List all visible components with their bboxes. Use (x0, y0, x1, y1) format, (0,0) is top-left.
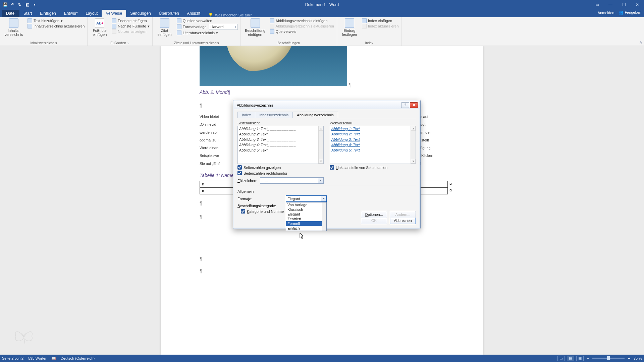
undo-icon[interactable]: ↶ (9, 2, 15, 8)
insert-footnote-button[interactable]: AB1 Fußnote einfügen (90, 18, 109, 37)
preview-row: Abbildung 1: Text____________1 (238, 126, 323, 131)
tab-design[interactable]: Entwurf (60, 10, 82, 17)
print-preview-list[interactable]: Abbildung 1: Text____________1Abbildung … (237, 126, 324, 164)
insert-citation-button[interactable]: Zitat einfügen (155, 18, 174, 37)
language-indicator[interactable]: Deutsch (Österreich) (61, 356, 95, 360)
zoom-level[interactable]: 75 % (634, 356, 642, 360)
checkbox-input[interactable] (237, 171, 242, 175)
scrollbar[interactable]: ▲▼ (411, 126, 416, 164)
toc-button[interactable]: Inhalts- verzeichnis (3, 18, 25, 37)
zoom-slider[interactable] (592, 358, 625, 359)
zoom-in-icon[interactable]: + (627, 356, 631, 360)
modify-button: Ändern... (390, 211, 416, 218)
web-layout-icon[interactable]: ▦ (576, 356, 584, 361)
dropdown-option[interactable]: Von Vorlage (286, 202, 326, 207)
tab-insert[interactable]: Einfügen (36, 10, 60, 17)
scroll-down-icon[interactable]: ▼ (411, 159, 416, 164)
checkbox-input[interactable] (330, 165, 334, 170)
scroll-up-icon[interactable]: ▲ (411, 126, 416, 131)
dialog-titlebar: Abbildungsverzeichnis ? ✕ (234, 101, 419, 109)
scroll-down-icon[interactable]: ▼ (319, 159, 323, 164)
tab-references[interactable]: Verweise (102, 10, 126, 17)
tab-leader-select[interactable]: ......▼ (260, 177, 324, 184)
next-footnote-icon (112, 24, 116, 28)
page-indicator[interactable]: Seite 2 von 2 (2, 356, 23, 360)
print-layout-icon[interactable]: ▤ (567, 356, 574, 361)
redo-icon[interactable]: ↻ (17, 2, 23, 8)
insert-caption-button[interactable]: Beschriftung einfügen (244, 18, 267, 37)
dropdown-option[interactable]: Klassisch (286, 207, 326, 212)
signin-link[interactable]: Anmelden (598, 11, 614, 15)
tab-leader-label: Füllzeichen: (237, 179, 257, 183)
group-label: Inhaltsverzeichnis (3, 41, 85, 46)
zoom-out-icon[interactable]: − (586, 356, 590, 360)
word-count[interactable]: 595 Wörter (28, 356, 46, 360)
tab-start[interactable]: Start (19, 10, 36, 17)
close-icon[interactable]: ✕ (631, 0, 644, 9)
table-caption: Tabelle 1: Name¶ (200, 173, 236, 178)
save-icon[interactable]: 💾 (2, 2, 8, 8)
table-end-mark: ¤ (449, 181, 452, 186)
next-footnote-button[interactable]: Nächste Fußnote ▾ (112, 24, 149, 28)
tof-icon (270, 18, 274, 23)
dropdown-option[interactable]: Elegant (286, 212, 326, 217)
zoom-thumb[interactable] (607, 356, 610, 360)
dropdown-option[interactable]: Zentriert (286, 217, 326, 221)
update-index-button: Index aktualisieren (362, 24, 399, 28)
links-instead-checkbox[interactable]: Links anstelle von Seitenzahlen (330, 165, 416, 170)
collapse-ribbon-icon[interactable]: ᐱ (640, 41, 642, 44)
maximize-icon[interactable]: ☐ (617, 0, 631, 9)
tab-file[interactable]: Datei (2, 10, 19, 17)
show-page-numbers-checkbox[interactable]: Seitenzahlen anzeigen (237, 165, 324, 170)
insert-endnote-button[interactable]: Endnote einfügen (112, 18, 149, 23)
insert-tof-button[interactable]: Abbildungsverzeichnis einfügen (270, 18, 334, 23)
tab-mailings[interactable]: Sendungen (126, 10, 155, 17)
update-index-icon (362, 24, 367, 28)
window-title: Dokument1 - Word (305, 2, 339, 7)
scrollbar[interactable]: ▲▼ (318, 126, 323, 164)
update-toc-button[interactable]: Inhaltsverzeichnis aktualisieren (28, 24, 85, 28)
dialog-tab-tof[interactable]: Abbildungsverzeichnis (292, 112, 338, 118)
web-preview-list[interactable]: Abbildung 1: TextAbbildung 2: TextAbbild… (330, 126, 416, 164)
spellcheck-icon[interactable]: 📖 (51, 356, 56, 361)
dropdown-option[interactable]: Formell (286, 221, 326, 226)
manage-sources-button[interactable]: Quellen verwalten (177, 18, 238, 23)
touch-mode-icon[interactable]: ◧ (24, 2, 30, 8)
dialog-close-icon[interactable]: ✕ (410, 102, 418, 108)
qat-dropdown-icon[interactable]: ▾ (32, 2, 38, 8)
minimize-icon[interactable]: — (604, 0, 617, 9)
tab-view[interactable]: Ansicht (183, 10, 204, 17)
dialog-help-icon[interactable]: ? (401, 102, 409, 108)
cross-reference-button[interactable]: Querverweis (270, 29, 334, 34)
bibliography-button[interactable]: Literaturverzeichnis ▾ (177, 31, 238, 35)
share-link[interactable]: 👥 Freigeben (619, 10, 641, 15)
formats-dropdown-list[interactable]: Von VorlageKlassischElegantZentriertForm… (286, 202, 327, 231)
scrollbar[interactable] (322, 202, 326, 231)
options-button[interactable]: Optionen... (361, 211, 387, 218)
moon-shape (226, 46, 293, 73)
group-label: Fußnoten ↘ (90, 41, 149, 46)
right-align-checkbox[interactable]: Seitenzahlen rechtsbündig (237, 171, 324, 175)
ribbon-display-icon[interactable]: ▭ (590, 0, 604, 9)
preview-row: Abbildung 1: Text (330, 126, 416, 131)
tab-layout[interactable]: Layout (82, 10, 102, 17)
dialog-tab-toc[interactable]: Inhaltsverzeichnis (255, 112, 293, 118)
checkbox-input[interactable] (241, 209, 245, 214)
formats-row: Formate: Elegant▼ (237, 195, 416, 202)
tab-review[interactable]: Überprüfen (155, 10, 183, 17)
endnote-icon (112, 18, 116, 23)
dialog-tab-index[interactable]: Index (237, 112, 255, 118)
title-bar: 💾 ↶ ↻ ◧ ▾ Dokument1 - Word ▭ — ☐ ✕ (0, 0, 644, 9)
share-icon: 👥 (619, 10, 625, 14)
dropdown-option[interactable]: Einfach (286, 226, 326, 231)
mark-entry-button[interactable]: Eintrag festlegen (340, 18, 359, 37)
checkbox-input[interactable] (237, 165, 242, 170)
formats-select[interactable]: Elegant▼ (286, 195, 327, 202)
insert-index-button[interactable]: Index einfügen (362, 18, 399, 23)
add-text-button[interactable]: Text hinzufügen ▾ (28, 18, 85, 23)
citation-style-select[interactable]: Harvard▾ (209, 24, 238, 30)
scroll-up-icon[interactable]: ▲ (319, 126, 323, 131)
tell-me[interactable]: 💡 Was möchten Sie tun? (204, 13, 252, 17)
web-preview-column: Webvorschau Abbildung 1: TextAbbildung 2… (330, 121, 416, 184)
read-mode-icon[interactable]: ▭ (557, 356, 565, 361)
